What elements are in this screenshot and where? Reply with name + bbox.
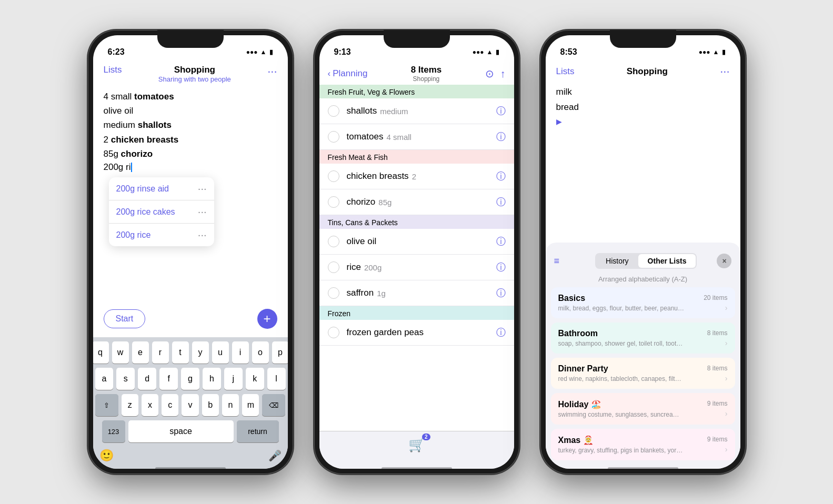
keyboard[interactable]: q w e r t y u i o p a s d f g h bbox=[93, 337, 288, 469]
autocomplete-item-1[interactable]: 200g rinse aid ··· bbox=[109, 177, 214, 200]
list-card-dinner[interactable]: Dinner Party red wine, napkins, tableclo… bbox=[551, 358, 735, 389]
info-chicken[interactable]: ⓘ bbox=[496, 170, 506, 183]
key-delete[interactable]: ⌫ bbox=[262, 394, 285, 416]
item-name-rice: rice bbox=[347, 262, 361, 273]
key-r[interactable]: r bbox=[152, 341, 169, 364]
autocomplete-item-3[interactable]: 200g rice ··· bbox=[109, 224, 214, 246]
autocomplete-more-3[interactable]: ··· bbox=[198, 229, 207, 241]
key-o[interactable]: o bbox=[252, 341, 269, 364]
section-header-fruit: Fresh Fruit, Veg & Flowers bbox=[319, 85, 514, 98]
checkbox-saffron[interactable] bbox=[328, 287, 339, 299]
key-k[interactable]: k bbox=[246, 368, 264, 390]
settings-icon[interactable]: ⊙ bbox=[485, 67, 494, 80]
key-v[interactable]: v bbox=[182, 394, 198, 416]
panel-close-button[interactable]: × bbox=[717, 254, 731, 268]
card-title-xmas: Xmas 🤶 bbox=[558, 435, 707, 445]
kb-row-2: a s d f g h j k l bbox=[95, 368, 286, 390]
key-q[interactable]: q bbox=[93, 341, 109, 364]
back-chevron: ‹ bbox=[328, 68, 331, 79]
key-j[interactable]: j bbox=[224, 368, 243, 390]
list-card-holiday[interactable]: Holiday 🏖️ swimming costume, sunglasses,… bbox=[551, 393, 735, 425]
key-return[interactable]: return bbox=[237, 420, 279, 442]
item-name-peas: frozen garden peas bbox=[347, 327, 424, 338]
phone1-content: Lists Shopping Sharing with two people ·… bbox=[93, 62, 288, 469]
card-right-bathroom: 8 items › bbox=[707, 329, 728, 347]
key-z[interactable]: z bbox=[122, 394, 138, 416]
autocomplete-more-2[interactable]: ··· bbox=[198, 206, 207, 218]
checkbox-tomatoes[interactable] bbox=[328, 131, 339, 143]
wifi-icon-3: ▲ bbox=[713, 48, 719, 56]
key-c[interactable]: c bbox=[162, 394, 178, 416]
status-icons-1: ●●● ▲ ▮ bbox=[246, 48, 273, 56]
key-m[interactable]: m bbox=[242, 394, 259, 416]
emoji-button[interactable]: 🙂 bbox=[99, 449, 114, 462]
checkbox-rice[interactable] bbox=[328, 261, 339, 273]
panel-header: ≡ History Other Lists × bbox=[546, 249, 740, 273]
info-tomatoes[interactable]: ⓘ bbox=[496, 130, 506, 143]
list-card-bathroom[interactable]: Bathroom soap, shampoo, shower gel, toil… bbox=[551, 322, 735, 354]
key-w[interactable]: w bbox=[112, 341, 129, 364]
key-f[interactable]: f bbox=[159, 368, 178, 390]
card-chevron-bathroom: › bbox=[725, 339, 728, 347]
tab-history[interactable]: History bbox=[596, 254, 638, 268]
checkbox-peas[interactable] bbox=[328, 327, 339, 338]
info-shallots[interactable]: ⓘ bbox=[496, 105, 506, 117]
nav-center: Shopping Sharing with two people bbox=[158, 65, 231, 83]
section-label-fruit: Fresh Fruit, Veg & Flowers bbox=[328, 88, 415, 96]
share-icon[interactable]: ↑ bbox=[500, 68, 506, 80]
back-button[interactable]: ‹ Planning bbox=[328, 68, 368, 79]
mic-button[interactable]: 🎤 bbox=[268, 449, 282, 462]
add-button[interactable]: + bbox=[257, 309, 277, 329]
checkbox-chorizo[interactable] bbox=[328, 196, 339, 208]
info-rice[interactable]: ⓘ bbox=[496, 261, 506, 274]
tab-other-lists[interactable]: Other Lists bbox=[638, 254, 696, 268]
autocomplete-more-1[interactable]: ··· bbox=[198, 183, 207, 195]
key-e[interactable]: e bbox=[132, 341, 149, 364]
checkbox-shallots[interactable] bbox=[328, 105, 339, 117]
filter-icon[interactable]: ≡ bbox=[554, 256, 560, 267]
text-cursor bbox=[131, 163, 132, 172]
p3-lists-button[interactable]: Lists bbox=[556, 66, 575, 77]
key-space[interactable]: space bbox=[128, 420, 234, 442]
card-left-holiday: Holiday 🏖️ swimming costume, sunglasses,… bbox=[558, 399, 707, 418]
key-a[interactable]: a bbox=[95, 368, 114, 390]
key-d[interactable]: d bbox=[138, 368, 156, 390]
bottom-bar-1: Start + bbox=[93, 304, 288, 337]
info-peas[interactable]: ⓘ bbox=[496, 326, 506, 339]
list-card-basics[interactable]: Basics milk, bread, eggs, flour, butter,… bbox=[551, 287, 735, 318]
key-h[interactable]: h bbox=[203, 368, 221, 390]
key-b[interactable]: b bbox=[202, 394, 219, 416]
key-s[interactable]: s bbox=[116, 368, 135, 390]
key-x[interactable]: x bbox=[142, 394, 158, 416]
cart-button[interactable]: 🛒 2 bbox=[408, 437, 425, 453]
card-title-basics: Basics bbox=[558, 294, 704, 303]
info-chorizo[interactable]: ⓘ bbox=[496, 196, 506, 208]
info-olive[interactable]: ⓘ bbox=[496, 235, 506, 248]
p3-more-button[interactable]: ··· bbox=[720, 65, 729, 78]
key-u[interactable]: u bbox=[212, 341, 229, 364]
checkbox-olive[interactable] bbox=[328, 236, 339, 247]
lists-button[interactable]: Lists bbox=[104, 65, 122, 75]
info-saffron[interactable]: ⓘ bbox=[496, 287, 506, 299]
list-card-xmas[interactable]: Xmas 🤶 turkey, gravy, stuffing, pigs in … bbox=[551, 429, 735, 460]
key-n[interactable]: n bbox=[222, 394, 239, 416]
more-button[interactable]: ··· bbox=[267, 65, 277, 78]
card-preview-basics: milk, bread, eggs, flour, butter, beer, … bbox=[558, 305, 685, 312]
autocomplete-label-3: 200g rice bbox=[116, 230, 151, 240]
checkbox-chicken[interactable] bbox=[328, 170, 339, 182]
key-y[interactable]: y bbox=[192, 341, 209, 364]
key-i[interactable]: i bbox=[232, 341, 249, 364]
key-p[interactable]: p bbox=[272, 341, 288, 364]
key-shift[interactable]: ⇧ bbox=[95, 394, 118, 416]
key-t[interactable]: t bbox=[172, 341, 189, 364]
key-g[interactable]: g bbox=[181, 368, 199, 390]
section-header-tins: Tins, Cans & Packets bbox=[319, 215, 514, 229]
key-123[interactable]: 123 bbox=[102, 420, 125, 442]
start-button[interactable]: Start bbox=[104, 309, 146, 328]
card-preview-dinner: red wine, napkins, tablecloth, canapes, … bbox=[558, 375, 685, 382]
p3-nav: Lists Shopping ··· bbox=[546, 62, 740, 80]
key-l[interactable]: l bbox=[267, 368, 286, 390]
time-2: 9:13 bbox=[334, 47, 351, 57]
autocomplete-item-2[interactable]: 200g rice cakes ··· bbox=[109, 200, 214, 224]
typing-line: 200g ri bbox=[104, 162, 277, 173]
